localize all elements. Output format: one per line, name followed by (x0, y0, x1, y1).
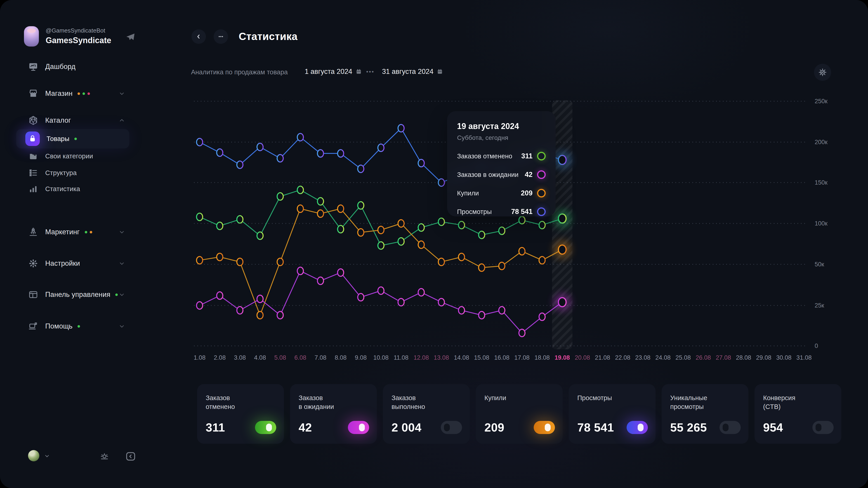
chart-settings-button[interactable] (814, 64, 831, 81)
series-dot (317, 277, 323, 285)
tooltip-row: Заказов отменено311 (457, 152, 546, 160)
metric-card-7: Конверсия(CTB)954 (754, 384, 841, 444)
page-title: Статистика (239, 30, 298, 42)
sidebar-item-catalog[interactable]: Каталог (16, 111, 129, 130)
chevron-down-icon[interactable] (118, 228, 126, 236)
metric-card-label: Конверсия(CTB) (763, 394, 796, 411)
series-dot (418, 160, 424, 167)
series-dot (398, 125, 404, 132)
series-endpoint-dot (558, 214, 566, 223)
sidebar-item-dashboard[interactable]: Дашборд (16, 57, 129, 76)
metric-toggle[interactable] (441, 421, 462, 434)
tooltip-row: Просмотры78 541 (457, 207, 546, 216)
series-dot (338, 150, 344, 157)
series-dot (317, 150, 323, 157)
metric-toggle[interactable] (255, 421, 276, 434)
metric-card-3: Заказоввыполнено2 004 (383, 384, 470, 444)
series-dot (458, 253, 465, 261)
x-axis-tick: 31.08 (796, 354, 812, 361)
y-axis-tick: 250к (815, 98, 828, 105)
metric-toggle[interactable] (534, 421, 555, 434)
sidebar-item-help[interactable]: Помощь (16, 317, 129, 336)
sidebar-item-label: Магазин (45, 90, 72, 98)
sidebar-item-label: Панель управления (45, 291, 110, 299)
metric-toggle[interactable] (348, 421, 369, 434)
bot-name: GamesSyndicate (46, 36, 111, 45)
status-dots (85, 231, 92, 233)
folder-icon (28, 151, 38, 161)
sidebar-item-statistics[interactable]: Статистика (16, 179, 129, 199)
metric-card-label: Просмотры (577, 394, 612, 402)
metric-card-value: 954 (763, 421, 783, 434)
metric-card-value: 2 004 (392, 421, 422, 434)
metric-toggle[interactable] (812, 421, 834, 434)
user-menu-chevron-icon[interactable] (43, 452, 51, 459)
sidebar-item-label: Маркетинг (45, 228, 80, 236)
date-to-value: 31 августа 2024 (382, 68, 433, 76)
series-dot (519, 329, 525, 337)
date-from-picker[interactable]: 1 августа 2024 (305, 68, 362, 76)
telegram-icon[interactable] (125, 32, 135, 42)
x-axis-tick: 24.08 (655, 354, 671, 361)
x-axis-tick: 5.08 (274, 354, 286, 361)
tooltip-row: Купили209 (457, 189, 546, 197)
series-dot (197, 138, 203, 146)
sidebar-item-settings[interactable]: Настройки (16, 254, 129, 273)
series-dot (277, 193, 283, 200)
chevron-up-icon[interactable] (118, 117, 126, 124)
series-dot (478, 231, 485, 238)
series-dot (217, 149, 223, 156)
sidebar-item-shop[interactable]: Магазин (16, 84, 129, 103)
metric-card-label: Заказоввыполнено (392, 394, 425, 411)
chevron-down-icon[interactable] (118, 90, 126, 97)
more-options-button[interactable] (214, 29, 228, 44)
series-dot (398, 298, 404, 306)
chevron-down-icon[interactable] (118, 291, 126, 298)
series-dot (237, 216, 243, 223)
tooltip-metric-label: Просмотры (457, 208, 511, 216)
metric-card-2: Заказовв ожидании42 (290, 384, 377, 444)
sidebar-item-products[interactable]: Товары (16, 129, 129, 149)
back-button[interactable] (191, 29, 206, 44)
metric-toggle[interactable] (627, 421, 648, 434)
series-dot (539, 256, 545, 264)
series-dot (277, 311, 283, 319)
date-to-picker[interactable]: 31 августа 2024 (382, 68, 443, 76)
metric-card-value: 311 (206, 421, 225, 434)
chevron-down-icon[interactable] (118, 260, 126, 267)
sidebar-item-panel[interactable]: Панель управления (16, 285, 129, 304)
series-dot (458, 306, 465, 314)
sidebar-item-label: Товары (46, 135, 69, 142)
bot-avatar[interactable] (24, 26, 39, 46)
dice-icon (28, 115, 38, 126)
status-dots (78, 92, 90, 95)
theme-toggle-button[interactable] (98, 451, 110, 463)
series-dot (338, 225, 344, 233)
series-dot (297, 205, 303, 213)
series-dot (358, 293, 364, 301)
series-color-ring-icon (537, 170, 546, 179)
collapse-sidebar-button[interactable] (125, 451, 136, 462)
series-color-ring-icon (537, 207, 546, 216)
series-dot (519, 217, 525, 224)
series-dot (418, 289, 424, 296)
series-dot (438, 218, 444, 225)
chevron-down-icon[interactable] (118, 322, 126, 330)
series-dot (398, 220, 404, 227)
series-dot (478, 311, 485, 319)
sidebar-item-marketing[interactable]: Маркетинг (16, 222, 129, 242)
x-axis-tick: 2.08 (214, 354, 226, 361)
series-dot (438, 179, 444, 186)
series-dot (418, 241, 424, 249)
date-range-separator[interactable]: ••• (366, 68, 374, 75)
bag-icon (25, 131, 40, 146)
series-dot (197, 256, 203, 264)
user-avatar[interactable] (28, 450, 39, 461)
structure-icon (28, 168, 38, 178)
metric-toggle[interactable] (719, 421, 741, 434)
series-dot (257, 143, 263, 151)
date-from-value: 1 августа 2024 (305, 68, 352, 76)
metric-card-value: 209 (485, 421, 504, 434)
y-axis-tick: 25к (815, 302, 824, 309)
series-line (199, 271, 562, 333)
